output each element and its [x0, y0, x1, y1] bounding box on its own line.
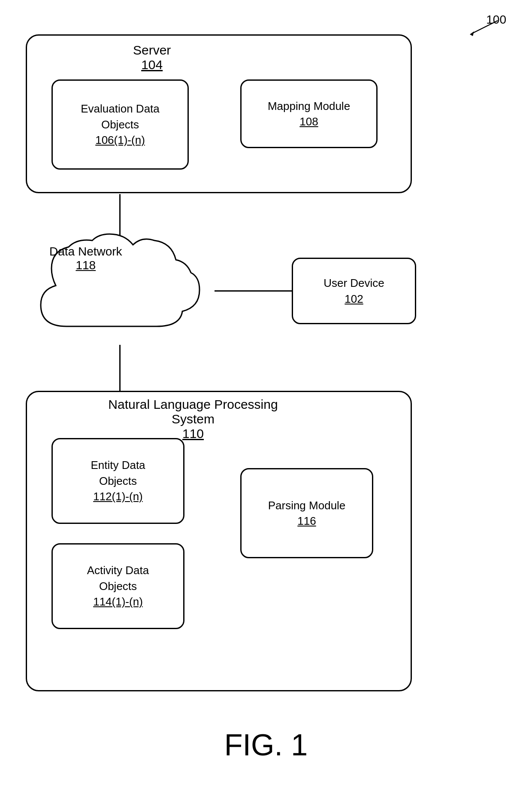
mapping-module-box: Mapping Module 108	[240, 79, 378, 148]
data-network-label: Data Network 118	[49, 245, 122, 272]
arrow-100	[463, 16, 506, 38]
fig-label: FIG. 1	[0, 728, 532, 762]
eval-data-box: Evaluation Data Objects 106(1)-(n)	[51, 79, 189, 170]
line-cloud-to-nlp	[119, 345, 121, 392]
server-label: Server 104	[133, 43, 171, 72]
line-cloud-to-device	[215, 290, 292, 292]
svg-line-0	[472, 21, 498, 33]
svg-marker-1	[470, 31, 474, 36]
parsing-module-box: Parsing Module 116	[240, 468, 373, 558]
entity-data-box: Entity Data Objects 112(1)-(n)	[51, 438, 184, 524]
nlp-system-label: Natural Language Processing System 110	[86, 397, 300, 441]
user-device-box: User Device 102	[292, 258, 416, 324]
activity-data-box: Activity Data Objects 114(1)-(n)	[51, 543, 184, 629]
diagram: 100 Server 104 Evaluation Data Objects 1…	[0, 0, 532, 788]
